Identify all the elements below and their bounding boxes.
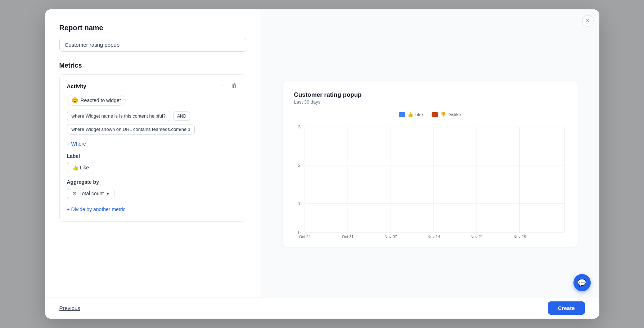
aggregate-icon: ⊙ — [72, 191, 77, 196]
metrics-title: Metrics — [59, 62, 246, 69]
svg-text:Nov 07: Nov 07 — [384, 234, 397, 238]
add-where-button[interactable]: + Where — [67, 141, 86, 147]
activity-label: Activity — [67, 83, 86, 89]
left-panel: Report name Metrics Activity ··· 🗑 😊 Rea… — [45, 9, 261, 319]
chart-legend: 👍 Like 👎 Dislike — [294, 112, 566, 117]
dots-menu-button[interactable]: ··· — [219, 82, 226, 90]
legend-label-dislike: 👎 Dislike — [440, 112, 461, 117]
close-button[interactable]: × — [582, 15, 594, 27]
filter-1-pill[interactable]: where Widget name is Is this content hel… — [67, 111, 171, 121]
right-panel: Customer rating popup Last 30 days 👍 Lik… — [261, 9, 599, 319]
filter-row-2: where Widget shown on URL contains teame… — [67, 124, 239, 135]
activity-badge[interactable]: 😊 Reacted to widget — [67, 95, 126, 106]
aggregate-title: Aggregate by — [67, 179, 239, 185]
filter-row-1: where Widget name is Is this content hel… — [67, 111, 239, 121]
modal: × Report name Metrics Activity ··· 🗑 😊 — [45, 9, 599, 319]
svg-text:Oct 31: Oct 31 — [342, 234, 353, 238]
metric-card-actions: ··· 🗑 — [219, 82, 238, 90]
chart-subtitle: Last 30 days — [294, 99, 566, 105]
report-name-input[interactable] — [59, 38, 246, 52]
chart-title: Customer rating popup — [294, 91, 566, 99]
chart-area: 3 2 1 0 — [294, 123, 566, 238]
label-section: Label 👍 Like — [67, 153, 239, 173]
chart-svg: 3 2 1 0 — [294, 123, 566, 238]
aggregate-section: Aggregate by ⊙ Total count ▾ — [67, 179, 239, 199]
legend-label-like: 👍 Like — [407, 112, 423, 117]
previous-button[interactable]: Previous — [59, 305, 80, 311]
bottom-bar: Previous Create — [45, 297, 599, 319]
chat-bubble-button[interactable]: 💬 — [573, 274, 591, 291]
aggregate-select[interactable]: ⊙ Total count ▾ — [67, 188, 115, 199]
chevron-down-icon: ▾ — [107, 191, 109, 196]
activity-emoji: 😊 — [72, 97, 78, 104]
create-button[interactable]: Create — [548, 301, 585, 315]
delete-button[interactable]: 🗑 — [230, 82, 239, 90]
legend-dot-dislike — [432, 112, 438, 117]
filter-2-pill[interactable]: where Widget shown on URL contains teame… — [67, 124, 195, 135]
chart-container: Customer rating popup Last 30 days 👍 Lik… — [283, 81, 578, 247]
svg-text:Nov 14: Nov 14 — [427, 234, 440, 238]
report-name-title: Report name — [59, 24, 246, 32]
metric-card: Activity ··· 🗑 😊 Reacted to widget where… — [59, 74, 246, 222]
svg-text:Nov 21: Nov 21 — [470, 234, 483, 238]
label-input[interactable]: 👍 Like — [67, 162, 95, 173]
chat-icon: 💬 — [577, 278, 586, 287]
svg-text:Nov 28: Nov 28 — [513, 234, 526, 238]
label-value: 👍 Like — [72, 165, 89, 170]
svg-text:Oct 24: Oct 24 — [299, 234, 310, 238]
legend-dot-like — [399, 112, 405, 117]
activity-badge-label: Reacted to widget — [81, 97, 121, 103]
and-badge: AND — [173, 111, 190, 121]
modal-overlay: × Report name Metrics Activity ··· 🗑 😊 — [0, 0, 644, 328]
metric-card-header: Activity ··· 🗑 — [67, 82, 239, 90]
legend-item-dislike: 👎 Dislike — [432, 112, 461, 117]
legend-item-like: 👍 Like — [399, 112, 423, 117]
svg-text:1: 1 — [298, 201, 301, 206]
report-name-section: Report name — [59, 24, 246, 62]
svg-text:2: 2 — [298, 163, 301, 168]
label-title: Label — [67, 153, 239, 159]
svg-text:3: 3 — [298, 124, 301, 129]
divide-by-metric-button[interactable]: + Divide by another metric — [67, 206, 126, 212]
aggregate-value: Total count — [80, 191, 104, 196]
